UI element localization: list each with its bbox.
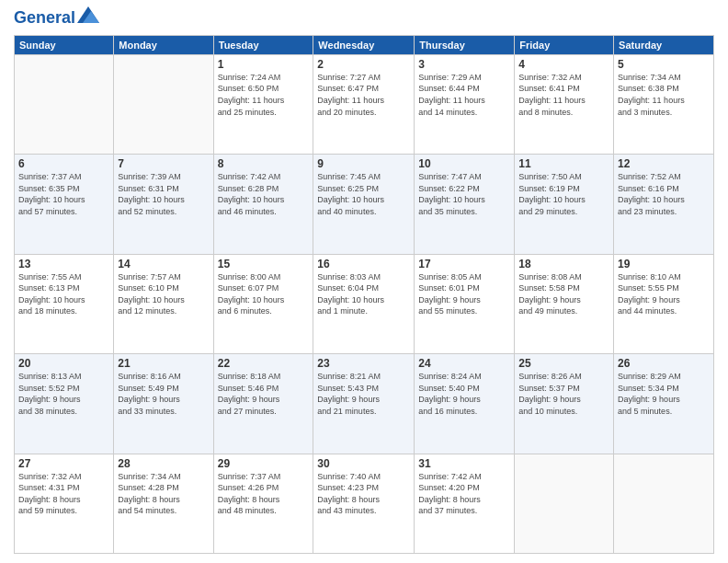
day-info: Sunrise: 8:16 AM Sunset: 5:49 PM Dayligh… bbox=[118, 371, 209, 417]
day-number: 14 bbox=[118, 258, 209, 270]
calendar-week-row: 1Sunrise: 7:24 AM Sunset: 6:50 PM Daylig… bbox=[15, 54, 714, 154]
day-info: Sunrise: 8:29 AM Sunset: 5:34 PM Dayligh… bbox=[618, 371, 710, 417]
header: General bbox=[14, 9, 714, 28]
day-number: 9 bbox=[317, 157, 410, 170]
day-info: Sunrise: 7:39 AM Sunset: 6:31 PM Dayligh… bbox=[118, 171, 209, 217]
day-info: Sunrise: 7:32 AM Sunset: 4:31 PM Dayligh… bbox=[18, 471, 109, 517]
calendar-day-cell bbox=[114, 54, 213, 154]
day-info: Sunrise: 8:00 AM Sunset: 6:07 PM Dayligh… bbox=[218, 271, 310, 317]
day-info: Sunrise: 7:55 AM Sunset: 6:13 PM Dayligh… bbox=[18, 271, 109, 317]
calendar-day-cell: 31Sunrise: 7:42 AM Sunset: 4:20 PM Dayli… bbox=[415, 454, 515, 553]
calendar-day-cell: 18Sunrise: 8:08 AM Sunset: 5:58 PM Dayli… bbox=[515, 254, 614, 353]
weekday-header: Sunday bbox=[15, 35, 114, 54]
calendar-day-cell: 8Sunrise: 7:42 AM Sunset: 6:28 PM Daylig… bbox=[213, 155, 313, 254]
day-number: 2 bbox=[317, 58, 410, 71]
calendar-day-cell: 4Sunrise: 7:32 AM Sunset: 6:41 PM Daylig… bbox=[515, 54, 614, 154]
day-info: Sunrise: 8:21 AM Sunset: 5:43 PM Dayligh… bbox=[317, 371, 410, 417]
logo-icon bbox=[77, 6, 99, 23]
calendar-day-cell: 1Sunrise: 7:24 AM Sunset: 6:50 PM Daylig… bbox=[213, 54, 313, 154]
day-info: Sunrise: 7:29 AM Sunset: 6:44 PM Dayligh… bbox=[418, 72, 510, 118]
calendar-day-cell: 28Sunrise: 7:34 AM Sunset: 4:28 PM Dayli… bbox=[114, 454, 213, 553]
day-info: Sunrise: 7:50 AM Sunset: 6:19 PM Dayligh… bbox=[518, 171, 609, 217]
weekday-header: Tuesday bbox=[213, 35, 313, 54]
day-info: Sunrise: 8:24 AM Sunset: 5:40 PM Dayligh… bbox=[418, 371, 510, 417]
day-number: 13 bbox=[18, 258, 109, 270]
day-number: 20 bbox=[18, 357, 109, 370]
day-number: 21 bbox=[118, 357, 209, 370]
logo: General bbox=[14, 9, 99, 28]
calendar-week-row: 13Sunrise: 7:55 AM Sunset: 6:13 PM Dayli… bbox=[15, 254, 714, 353]
day-number: 11 bbox=[518, 157, 609, 170]
calendar-day-cell: 13Sunrise: 7:55 AM Sunset: 6:13 PM Dayli… bbox=[15, 254, 114, 353]
calendar-day-cell: 16Sunrise: 8:03 AM Sunset: 6:04 PM Dayli… bbox=[313, 254, 415, 353]
calendar-day-cell: 20Sunrise: 8:13 AM Sunset: 5:52 PM Dayli… bbox=[15, 354, 114, 454]
weekday-header: Saturday bbox=[614, 35, 714, 54]
calendar-header-row: SundayMondayTuesdayWednesdayThursdayFrid… bbox=[15, 35, 714, 54]
day-number: 3 bbox=[418, 58, 510, 71]
calendar-day-cell: 29Sunrise: 7:37 AM Sunset: 4:26 PM Dayli… bbox=[213, 454, 313, 553]
day-info: Sunrise: 8:26 AM Sunset: 5:37 PM Dayligh… bbox=[518, 371, 609, 417]
calendar-day-cell: 17Sunrise: 8:05 AM Sunset: 6:01 PM Dayli… bbox=[415, 254, 515, 353]
weekday-header: Wednesday bbox=[313, 35, 415, 54]
day-info: Sunrise: 7:32 AM Sunset: 6:41 PM Dayligh… bbox=[518, 72, 609, 118]
calendar-day-cell: 7Sunrise: 7:39 AM Sunset: 6:31 PM Daylig… bbox=[114, 155, 213, 254]
day-number: 17 bbox=[418, 258, 510, 270]
day-number: 18 bbox=[518, 258, 609, 270]
day-info: Sunrise: 7:57 AM Sunset: 6:10 PM Dayligh… bbox=[118, 271, 209, 317]
day-info: Sunrise: 7:27 AM Sunset: 6:47 PM Dayligh… bbox=[317, 72, 410, 118]
day-info: Sunrise: 7:24 AM Sunset: 6:50 PM Dayligh… bbox=[218, 72, 310, 118]
day-number: 19 bbox=[618, 258, 710, 270]
calendar-body: 1Sunrise: 7:24 AM Sunset: 6:50 PM Daylig… bbox=[15, 54, 714, 553]
calendar-week-row: 6Sunrise: 7:37 AM Sunset: 6:35 PM Daylig… bbox=[15, 155, 714, 254]
day-number: 7 bbox=[118, 157, 209, 170]
day-number: 15 bbox=[218, 258, 310, 270]
calendar-table: SundayMondayTuesdayWednesdayThursdayFrid… bbox=[14, 35, 714, 554]
weekday-header: Friday bbox=[515, 35, 614, 54]
calendar-day-cell: 21Sunrise: 8:16 AM Sunset: 5:49 PM Dayli… bbox=[114, 354, 213, 454]
day-number: 28 bbox=[118, 457, 209, 470]
day-info: Sunrise: 7:42 AM Sunset: 6:28 PM Dayligh… bbox=[218, 171, 310, 217]
day-number: 31 bbox=[418, 457, 510, 470]
calendar-day-cell: 10Sunrise: 7:47 AM Sunset: 6:22 PM Dayli… bbox=[415, 155, 515, 254]
calendar-day-cell: 2Sunrise: 7:27 AM Sunset: 6:47 PM Daylig… bbox=[313, 54, 415, 154]
day-number: 22 bbox=[218, 357, 310, 370]
day-info: Sunrise: 8:08 AM Sunset: 5:58 PM Dayligh… bbox=[518, 271, 609, 317]
calendar-day-cell: 19Sunrise: 8:10 AM Sunset: 5:55 PM Dayli… bbox=[614, 254, 714, 353]
day-info: Sunrise: 7:52 AM Sunset: 6:16 PM Dayligh… bbox=[618, 171, 710, 217]
calendar-day-cell bbox=[15, 54, 114, 154]
day-number: 25 bbox=[518, 357, 609, 370]
day-info: Sunrise: 8:03 AM Sunset: 6:04 PM Dayligh… bbox=[317, 271, 410, 317]
calendar-day-cell: 3Sunrise: 7:29 AM Sunset: 6:44 PM Daylig… bbox=[415, 54, 515, 154]
day-number: 12 bbox=[618, 157, 710, 170]
day-number: 24 bbox=[418, 357, 510, 370]
calendar-week-row: 27Sunrise: 7:32 AM Sunset: 4:31 PM Dayli… bbox=[15, 454, 714, 553]
calendar-day-cell: 6Sunrise: 7:37 AM Sunset: 6:35 PM Daylig… bbox=[15, 155, 114, 254]
day-info: Sunrise: 8:18 AM Sunset: 5:46 PM Dayligh… bbox=[218, 371, 310, 417]
calendar-day-cell: 15Sunrise: 8:00 AM Sunset: 6:07 PM Dayli… bbox=[213, 254, 313, 353]
day-number: 23 bbox=[317, 357, 410, 370]
day-info: Sunrise: 8:05 AM Sunset: 6:01 PM Dayligh… bbox=[418, 271, 510, 317]
calendar-day-cell: 25Sunrise: 8:26 AM Sunset: 5:37 PM Dayli… bbox=[515, 354, 614, 454]
calendar-day-cell: 30Sunrise: 7:40 AM Sunset: 4:23 PM Dayli… bbox=[313, 454, 415, 553]
calendar-day-cell: 22Sunrise: 8:18 AM Sunset: 5:46 PM Dayli… bbox=[213, 354, 313, 454]
day-number: 16 bbox=[317, 258, 410, 270]
day-number: 5 bbox=[618, 58, 710, 71]
day-info: Sunrise: 7:40 AM Sunset: 4:23 PM Dayligh… bbox=[317, 471, 410, 517]
day-number: 1 bbox=[218, 58, 310, 71]
day-number: 10 bbox=[418, 157, 510, 170]
calendar-day-cell: 12Sunrise: 7:52 AM Sunset: 6:16 PM Dayli… bbox=[614, 155, 714, 254]
calendar-week-row: 20Sunrise: 8:13 AM Sunset: 5:52 PM Dayli… bbox=[15, 354, 714, 454]
calendar-day-cell: 9Sunrise: 7:45 AM Sunset: 6:25 PM Daylig… bbox=[313, 155, 415, 254]
calendar-day-cell: 5Sunrise: 7:34 AM Sunset: 6:38 PM Daylig… bbox=[614, 54, 714, 154]
calendar-day-cell: 27Sunrise: 7:32 AM Sunset: 4:31 PM Dayli… bbox=[15, 454, 114, 553]
day-number: 30 bbox=[317, 457, 410, 470]
day-number: 27 bbox=[18, 457, 109, 470]
day-number: 26 bbox=[618, 357, 710, 370]
calendar-day-cell bbox=[515, 454, 614, 553]
weekday-header: Thursday bbox=[415, 35, 515, 54]
day-info: Sunrise: 8:10 AM Sunset: 5:55 PM Dayligh… bbox=[618, 271, 710, 317]
day-info: Sunrise: 7:34 AM Sunset: 6:38 PM Dayligh… bbox=[618, 72, 710, 118]
day-number: 6 bbox=[18, 157, 109, 170]
calendar-day-cell: 26Sunrise: 8:29 AM Sunset: 5:34 PM Dayli… bbox=[614, 354, 714, 454]
page: General SundayMondayTuesdayWednesdayThur… bbox=[0, 0, 728, 563]
